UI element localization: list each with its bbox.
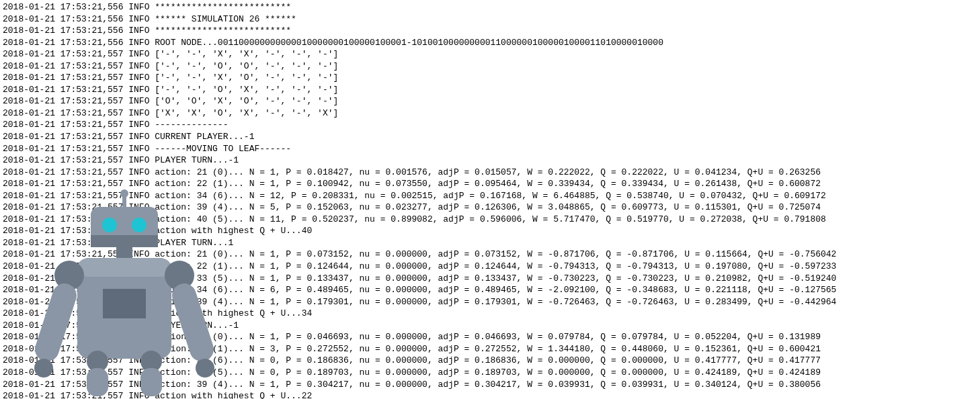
log-line: 2018-01-21 17:53:21,557 INFO CURRENT PLA… [3,131,977,143]
robot-illustration [30,188,218,396]
log-line: 2018-01-21 17:53:21,557 INFO PLAYER TURN… [3,154,977,167]
log-line: 2018-01-21 17:53:21,557 INFO ------MOVIN… [3,143,977,155]
log-line: 2018-01-21 17:53:21,557 INFO -----------… [3,119,977,131]
log-line: 2018-01-21 17:53:21,556 INFO ***********… [3,25,977,37]
svg-rect-13 [169,280,216,364]
svg-rect-9 [103,289,146,318]
svg-point-4 [102,218,117,232]
log-line: 2018-01-21 17:53:21,556 INFO ROOT NODE..… [3,37,977,49]
svg-rect-18 [87,368,108,396]
svg-rect-12 [32,280,79,364]
log-line: 2018-01-21 17:53:21,556 INFO ***********… [3,1,977,13]
log-line: 2018-01-21 17:53:21,557 INFO action: 21 … [3,167,977,179]
svg-rect-3 [91,235,158,247]
svg-rect-6 [116,247,132,258]
log-line: 2018-01-21 17:53:21,557 INFO ['-', '-', … [3,84,977,96]
log-line: 2018-01-21 17:53:21,557 INFO ['-', '-', … [3,60,977,73]
svg-point-5 [132,218,147,232]
svg-point-15 [196,359,214,378]
svg-point-14 [34,359,53,378]
svg-rect-8 [77,258,171,277]
log-line: 2018-01-21 17:53:21,557 INFO ['-', '-', … [3,72,977,84]
log-line: 2018-01-21 17:53:21,557 INFO ['O', 'O', … [3,95,977,107]
log-line: 2018-01-21 17:53:21,557 INFO ['-', '-', … [3,48,977,60]
log-line: 2018-01-21 17:53:21,557 INFO ['X', 'X', … [3,107,977,120]
svg-rect-1 [122,196,126,208]
svg-rect-19 [140,368,162,396]
log-line: 2018-01-21 17:53:21,556 INFO ****** SIMU… [3,13,977,26]
